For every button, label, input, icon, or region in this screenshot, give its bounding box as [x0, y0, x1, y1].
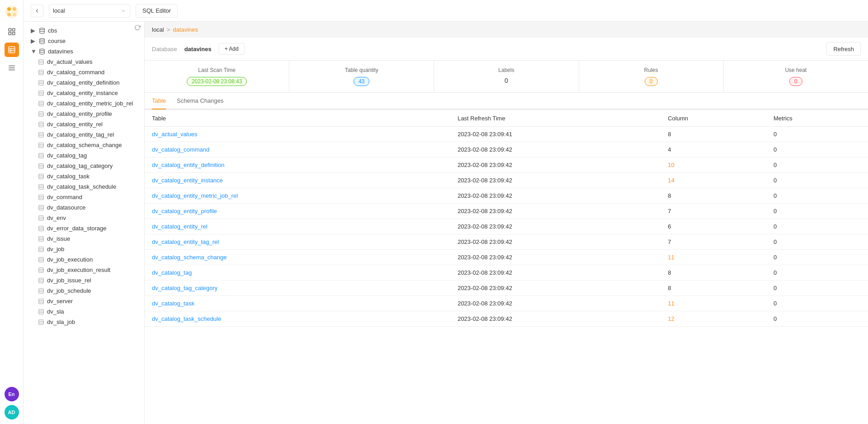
sidebar-item-dv_catalog_schema_change[interactable]: dv_catalog_schema_change [24, 140, 144, 150]
svg-rect-70 [39, 236, 44, 241]
table-name-cell[interactable]: dv_catalog_entity_metric_job_rel [145, 188, 450, 204]
back-button[interactable] [31, 5, 43, 17]
table-name-cell[interactable]: dv_catalog_task [145, 296, 450, 311]
sidebar-item-dv_catalog_entity_profile[interactable]: dv_catalog_entity_profile [24, 109, 144, 119]
connection-select[interactable]: local [49, 4, 130, 18]
sidebar-item-dv_datasource[interactable]: dv_datasource [24, 202, 144, 213]
sidebar-item-dv_catalog_entity_tag_rel[interactable]: dv_catalog_entity_tag_rel [24, 129, 144, 140]
table-icon [38, 80, 44, 86]
sidebar-item-dv_sla_job[interactable]: dv_sla_job [24, 317, 144, 327]
table-name-cell[interactable]: dv_catalog_tag_category [145, 281, 450, 296]
table-icon [38, 319, 44, 325]
col-header-table: Table [145, 110, 450, 127]
table-name-cell[interactable]: dv_catalog_tag [145, 265, 450, 281]
sidebar-item-dv_job_execution_result[interactable]: dv_job_execution_result [24, 265, 144, 275]
tab-schema-changes[interactable]: Schema Changes [177, 93, 223, 110]
table-name-cell[interactable]: dv_catalog_entity_definition [145, 157, 450, 173]
sidebar-item-dv_catalog_entity_rel[interactable]: dv_catalog_entity_rel [24, 119, 144, 129]
table-name-cell[interactable]: dv_catalog_entity_profile [145, 204, 450, 219]
sidebar-item-label: dv_issue [47, 235, 70, 242]
sidebar-item-dv_catalog_tag[interactable]: dv_catalog_tag [24, 150, 144, 161]
sidebar-item-course[interactable]: ▶ course [24, 36, 144, 46]
table-name-link[interactable]: dv_catalog_command [152, 146, 209, 153]
table-name-link[interactable]: dv_catalog_entity_instance [152, 177, 223, 184]
sidebar-item-dv_catalog_command[interactable]: dv_catalog_command [24, 67, 144, 77]
table-row: dv_actual_values 2023-02-08 23:09:41 8 0 [145, 127, 868, 142]
nav-menu-icon[interactable] [5, 61, 19, 75]
sidebar-refresh-icon[interactable] [134, 24, 141, 32]
stat-value-table-qty: 43 [354, 77, 369, 86]
stat-label: Last Scan Time [198, 67, 236, 73]
tab-table[interactable]: Table [152, 93, 166, 110]
svg-point-2 [13, 7, 16, 11]
nav-home-icon[interactable] [5, 24, 19, 39]
table-name-cell[interactable]: dv_catalog_entity_rel [145, 219, 450, 234]
sidebar-item-dv_issue[interactable]: dv_issue [24, 233, 144, 244]
table-name-link[interactable]: dv_catalog_tag [152, 269, 192, 276]
metrics-cell: 0 [766, 127, 868, 142]
table-name-cell[interactable]: dv_actual_values [145, 127, 450, 142]
table-name-link[interactable]: dv_catalog_task_schedule [152, 315, 221, 322]
sidebar-item-dv_catalog_tag_category[interactable]: dv_catalog_tag_category [24, 161, 144, 171]
col-header-refresh: Last Refresh Time [450, 110, 660, 127]
table-name-link[interactable]: dv_catalog_schema_change [152, 254, 227, 261]
stat-labels: Labels 0 [434, 61, 579, 92]
svg-rect-19 [39, 59, 44, 64]
sidebar-item-dv_catalog_entity_definition[interactable]: dv_catalog_entity_definition [24, 77, 144, 88]
sidebar-item-dv_actual_values[interactable]: dv_actual_values [24, 57, 144, 67]
refresh-button[interactable]: Refresh [826, 42, 861, 56]
table-name-link[interactable]: dv_catalog_tag_category [152, 285, 217, 291]
svg-rect-61 [39, 205, 44, 210]
table-name-cell[interactable]: dv_catalog_command [145, 142, 450, 157]
svg-rect-37 [39, 122, 44, 127]
table-name-link[interactable]: dv_actual_values [152, 131, 197, 138]
table-name-cell[interactable]: dv_catalog_entity_instance [145, 173, 450, 188]
svg-rect-91 [39, 309, 44, 314]
sidebar-item-dv_catalog_task_schedule[interactable]: dv_catalog_task_schedule [24, 181, 144, 192]
metrics-cell: 0 [766, 265, 868, 281]
table-name-link[interactable]: dv_catalog_entity_rel [152, 223, 208, 230]
sidebar-item-label: dv_catalog_entity_rel [47, 121, 103, 128]
svg-rect-94 [39, 319, 44, 324]
sidebar-item-dv_job_execution[interactable]: dv_job_execution [24, 254, 144, 265]
en-avatar[interactable]: En [5, 387, 19, 401]
table-name-cell[interactable]: dv_catalog_schema_change [145, 250, 450, 265]
svg-rect-7 [9, 33, 11, 35]
column-count-cell: 8 [660, 265, 766, 281]
sql-editor-button[interactable]: SQL Editor [136, 4, 178, 18]
refresh-time-cell: 2023-02-08 23:09:42 [450, 281, 660, 296]
stat-rules: Rules 0 [579, 61, 724, 92]
refresh-time-cell: 2023-02-08 23:09:42 [450, 142, 660, 157]
breadcrumb-root[interactable]: local [152, 26, 164, 33]
sidebar-item-dv_env[interactable]: dv_env [24, 213, 144, 223]
sidebar-item-dv_job_schedule[interactable]: dv_job_schedule [24, 286, 144, 296]
table-name-cell[interactable]: dv_catalog_entity_tag_rel [145, 234, 450, 250]
sidebar-item-dv_command[interactable]: dv_command [24, 192, 144, 202]
stats-row: Last Scan Time 2023-02-08 23:08:43 Table… [145, 61, 868, 93]
sidebar-item-dv_job[interactable]: dv_job [24, 244, 144, 254]
sidebar-item-dv_catalog_task[interactable]: dv_catalog_task [24, 171, 144, 181]
nav-table-icon[interactable] [5, 43, 19, 57]
svg-rect-79 [39, 267, 44, 272]
sidebar-item-dv_catalog_entity_metric_job_rel[interactable]: dv_catalog_entity_metric_job_rel [24, 98, 144, 109]
sidebar-item-cbs[interactable]: ▶ cbs [24, 25, 144, 36]
sidebar-item-dv_error_data_storage[interactable]: dv_error_data_storage [24, 223, 144, 233]
sidebar-item-dv_sla[interactable]: dv_sla [24, 306, 144, 317]
table-name-link[interactable]: dv_catalog_entity_definition [152, 162, 224, 168]
col-header-metrics: Metrics [766, 110, 868, 127]
table-name-link[interactable]: dv_catalog_task [152, 300, 194, 307]
add-button[interactable]: + Add [219, 43, 245, 55]
app-logo [5, 5, 19, 19]
sidebar-item-label: dv_env [47, 214, 66, 221]
table-name-cell[interactable]: dv_catalog_task_schedule [145, 311, 450, 327]
sidebar-item-dv_catalog_entity_instance[interactable]: dv_catalog_entity_instance [24, 88, 144, 98]
table-name-link[interactable]: dv_catalog_entity_metric_job_rel [152, 192, 238, 199]
svg-rect-28 [39, 91, 44, 95]
table-row: dv_catalog_entity_definition 2023-02-08 … [145, 157, 868, 173]
sidebar-item-datavines[interactable]: ▼ datavines [24, 46, 144, 57]
table-name-link[interactable]: dv_catalog_entity_tag_rel [152, 238, 219, 245]
sidebar-item-dv_job_issue_rel[interactable]: dv_job_issue_rel [24, 275, 144, 286]
ad-avatar[interactable]: AD [5, 405, 19, 419]
table-name-link[interactable]: dv_catalog_entity_profile [152, 208, 217, 214]
sidebar-item-dv_server[interactable]: dv_server [24, 296, 144, 306]
